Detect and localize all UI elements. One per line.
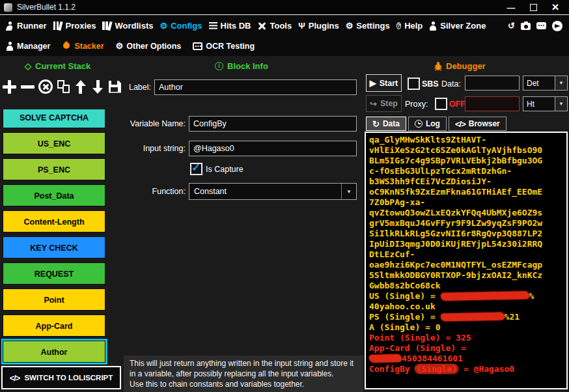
window-title: SilverBullet 1.1.2 (17, 3, 76, 12)
input-string-input[interactable] (189, 141, 357, 156)
menu-item-tools[interactable]: Tools (257, 21, 292, 31)
add-block-button[interactable] (3, 80, 16, 94)
log-text: = @Hagaso0 (458, 364, 514, 374)
menu-item-configs[interactable]: ⚙Configs (160, 21, 202, 31)
debugger-log-output[interactable]: qa_GlyMHwSkKlts9ZtHAVT-vHlEiXeSzG2tc6SZe… (365, 132, 568, 389)
gear-icon: ⚙ (116, 42, 124, 50)
chevron-down-icon[interactable]: ▼ (555, 76, 568, 91)
label-input[interactable] (154, 79, 357, 95)
log-line: 450384461601 (369, 354, 566, 364)
is-capture-checkbox[interactable]: ✓ (190, 163, 202, 175)
tab-log[interactable]: Log (408, 117, 447, 131)
move-down-button[interactable] (91, 80, 104, 94)
stack-block-solve-captcha[interactable]: SOLVE CAPTCHA (3, 109, 105, 128)
log-text: 450384461601 (402, 354, 463, 363)
submenu-item-ocr-testing[interactable]: OCR Testing (193, 42, 255, 51)
chat-icon (536, 22, 546, 29)
maximize-button[interactable] (523, 1, 543, 14)
stack-block-content-length[interactable]: Content-Length (3, 210, 105, 232)
remove-block-button[interactable] (21, 80, 35, 94)
tab-data[interactable]: ↻Data (366, 117, 406, 131)
log-line: US (Single) = % (369, 291, 566, 301)
stack-block-ps-enc[interactable]: PS_ENC (3, 158, 105, 180)
log-line: oae9hzi6Kpc7ec0M1NQTFYL_osEZMFcagp (369, 260, 566, 270)
clock-icon (415, 120, 423, 128)
data-type-dropdown[interactable]: Det ▼ (523, 76, 568, 91)
log-text: IpUiDI3qmgJ0D0iKUjREYjpL54z30i2RRQ (369, 239, 542, 249)
menu-item-settings[interactable]: ⚙Settings (346, 21, 390, 31)
refresh-icon: ↻ (372, 120, 380, 128)
log-line: IpUiDI3qmgJ0D0iKUjREYjpL54z30i2RRQ (369, 239, 566, 249)
menu-item-label: Plugins (309, 21, 339, 31)
clone-block-button[interactable] (57, 80, 70, 93)
log-text: qvZtowuQ3owZLxEQzkYFQq4UbMXje6OZ9s (369, 208, 542, 217)
step-button[interactable]: ↪ Step (366, 95, 402, 112)
tab-label: Browser (469, 119, 500, 128)
menu-item-hits-db[interactable]: Hits DB (209, 21, 251, 31)
move-up-button[interactable] (74, 80, 87, 94)
log-line: qvZtowuQ3owZLxEQzkYFQq4UbMXje6OZ9s (369, 208, 566, 218)
log-text: Point (Single) = 325 (369, 333, 471, 343)
submenu-item-label: Manager (17, 42, 50, 51)
function-value: Constant (189, 187, 341, 196)
data-caption: Data: (441, 79, 465, 89)
menu-item-label: Settings (356, 21, 389, 31)
submenu-item-stacker[interactable]: Stacker (62, 42, 104, 51)
stack-block-key-check[interactable]: KEY CHECK (3, 236, 105, 259)
help-icon: ? (396, 22, 402, 29)
person-icon (6, 42, 14, 51)
save-icon (109, 81, 121, 93)
log-line: qa_GlyMHwSkKlts9ZtHAVT- (369, 135, 566, 145)
log-line: grV5mxBquJ4GvFFyr9F9LZw9yqZsF9PO2w (369, 218, 566, 229)
sbs-checkbox[interactable] (408, 77, 420, 90)
menu-item-help[interactable]: ?Help (396, 21, 423, 31)
stack-block-author[interactable]: Author (3, 341, 105, 363)
check-icon: ✓ (191, 161, 201, 175)
proxy-type-dropdown[interactable]: Ht ▼ (523, 96, 568, 111)
stack-block-app-card[interactable]: App-Card (3, 315, 105, 337)
bug-icon (434, 62, 442, 71)
books-icon (53, 21, 62, 30)
history-button[interactable]: ↺ (508, 21, 515, 30)
tab-browser[interactable]: </>Browser (449, 117, 507, 131)
proxy-input[interactable] (465, 96, 520, 111)
stack-block-request[interactable]: REQUEST (3, 262, 105, 285)
data-input[interactable] (465, 76, 520, 91)
log-line: SiIlkRLkRLg5GzvNII6r8RgQvp3Q887LP2 (369, 229, 566, 239)
menu-item-proxies[interactable]: Proxies (53, 21, 96, 31)
titlebar: SilverBullet 1.1.2 — × (0, 0, 569, 15)
menu-item-silver-zone[interactable]: Silver Zone (429, 21, 486, 31)
save-stack-button[interactable] (109, 81, 121, 93)
log-text: 40yahoo.co.uk (369, 301, 436, 311)
redaction-scribble (440, 291, 529, 301)
history-icon: ↺ (508, 21, 515, 30)
stack-block-us-enc[interactable]: US_ENC (3, 132, 105, 154)
submenu-item-other-options[interactable]: ⚙Other Options (116, 42, 182, 51)
chevron-down-icon: ▼ (341, 184, 356, 199)
person-icon (429, 21, 437, 31)
tab-label: Data (383, 119, 400, 128)
variable-name-input[interactable] (189, 116, 357, 132)
log-text: 5SltmkkODBGY0RTXOP-9bjzxOAI2_knKCz (369, 270, 542, 280)
menu-item-runner[interactable]: Runner (5, 21, 47, 31)
proxy-checkbox[interactable] (435, 98, 447, 110)
camera-button[interactable] (521, 21, 531, 30)
submenu-item-manager[interactable]: Manager (6, 42, 50, 51)
telegram-button[interactable] (552, 21, 562, 31)
disable-block-button[interactable] (38, 79, 53, 94)
start-button[interactable]: ▶ Start (366, 74, 402, 92)
minimize-button[interactable]: — (501, 1, 521, 14)
close-button[interactable]: × (546, 1, 565, 14)
stack-block-post-data[interactable]: Post_Data (3, 184, 105, 206)
menu-item-wordlists[interactable]: Wordlists (102, 21, 153, 31)
redaction-scribble: (Single) (415, 364, 458, 374)
menu-item-label: Runner (17, 21, 47, 31)
stack-block-point[interactable]: Point (3, 288, 105, 311)
chevron-down-icon[interactable]: ▼ (555, 96, 568, 111)
function-dropdown[interactable]: Constant ▼ (189, 183, 357, 200)
switch-to-loliscript-button[interactable]: </> SWITCH TO LOLISCRIPT (1, 366, 121, 389)
chat-button[interactable] (536, 22, 546, 29)
menu-item-plugins[interactable]: ΨPlugins (298, 21, 339, 31)
log-text: c-fOsEbG3UlLpzTGcx2mRtDzhGn- (369, 166, 512, 176)
label-caption: Label: (121, 83, 151, 92)
